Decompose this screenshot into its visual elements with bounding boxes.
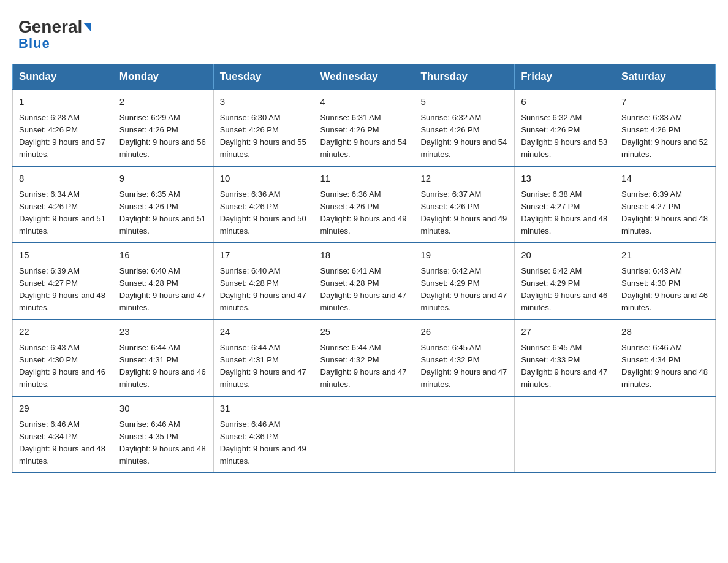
day-info: Sunrise: 6:46 AMSunset: 4:36 PMDaylight:… [220, 418, 308, 468]
day-info: Sunrise: 6:29 AMSunset: 4:26 PMDaylight:… [119, 112, 207, 161]
day-number: 29 [19, 402, 107, 416]
calendar-cell: 1Sunrise: 6:28 AMSunset: 4:26 PMDaylight… [13, 90, 113, 166]
day-number: 23 [119, 325, 207, 339]
day-info: Sunrise: 6:34 AMSunset: 4:26 PMDaylight:… [19, 188, 107, 238]
calendar-cell: 22Sunrise: 6:43 AMSunset: 4:30 PMDayligh… [13, 320, 113, 396]
day-number: 6 [521, 95, 609, 109]
day-info: Sunrise: 6:41 AMSunset: 4:28 PMDaylight:… [320, 265, 408, 315]
day-info: Sunrise: 6:28 AMSunset: 4:26 PMDaylight:… [19, 112, 107, 161]
calendar-cell: 9Sunrise: 6:35 AMSunset: 4:26 PMDaylight… [113, 166, 213, 243]
calendar-cell: 28Sunrise: 6:46 AMSunset: 4:34 PMDayligh… [615, 320, 716, 396]
day-info: Sunrise: 6:38 AMSunset: 4:27 PMDaylight:… [521, 188, 609, 238]
day-info: Sunrise: 6:45 AMSunset: 4:32 PMDaylight:… [420, 342, 508, 391]
day-number: 13 [521, 172, 609, 186]
weekday-header-monday: Monday [113, 64, 213, 90]
day-number: 11 [320, 172, 408, 186]
calendar-cell: 18Sunrise: 6:41 AMSunset: 4:28 PMDayligh… [314, 243, 414, 320]
calendar-cell: 14Sunrise: 6:39 AMSunset: 4:27 PMDayligh… [615, 166, 716, 243]
calendar-cell: 19Sunrise: 6:42 AMSunset: 4:29 PMDayligh… [414, 243, 515, 320]
day-info: Sunrise: 6:40 AMSunset: 4:28 PMDaylight:… [220, 265, 308, 315]
logo-arrow-icon [83, 23, 91, 31]
day-number: 16 [119, 248, 207, 262]
day-number: 27 [521, 325, 609, 339]
day-number: 1 [19, 95, 107, 109]
calendar-cell: 30Sunrise: 6:46 AMSunset: 4:35 PMDayligh… [113, 396, 213, 473]
day-info: Sunrise: 6:37 AMSunset: 4:26 PMDaylight:… [420, 188, 508, 238]
calendar-week-3: 15Sunrise: 6:39 AMSunset: 4:27 PMDayligh… [13, 243, 716, 320]
calendar-week-5: 29Sunrise: 6:46 AMSunset: 4:34 PMDayligh… [13, 396, 716, 473]
calendar-cell: 27Sunrise: 6:45 AMSunset: 4:33 PMDayligh… [515, 320, 615, 396]
weekday-header-tuesday: Tuesday [213, 64, 314, 90]
calendar-cell: 13Sunrise: 6:38 AMSunset: 4:27 PMDayligh… [515, 166, 615, 243]
day-info: Sunrise: 6:44 AMSunset: 4:32 PMDaylight:… [320, 342, 408, 391]
calendar-cell [414, 396, 515, 473]
day-number: 19 [420, 248, 508, 262]
weekday-header-thursday: Thursday [414, 64, 515, 90]
day-number: 18 [320, 248, 408, 262]
day-number: 4 [320, 95, 408, 109]
calendar-cell: 20Sunrise: 6:42 AMSunset: 4:29 PMDayligh… [515, 243, 615, 320]
logo-text-general: General [18, 18, 82, 36]
weekday-header-saturday: Saturday [615, 64, 716, 90]
calendar-cell: 15Sunrise: 6:39 AMSunset: 4:27 PMDayligh… [13, 243, 113, 320]
logo-text-blue: Blue [18, 36, 50, 52]
calendar-week-4: 22Sunrise: 6:43 AMSunset: 4:30 PMDayligh… [13, 320, 716, 396]
day-number: 3 [220, 95, 308, 109]
day-info: Sunrise: 6:42 AMSunset: 4:29 PMDaylight:… [521, 265, 609, 315]
day-info: Sunrise: 6:33 AMSunset: 4:26 PMDaylight:… [621, 112, 709, 161]
day-info: Sunrise: 6:39 AMSunset: 4:27 PMDaylight:… [621, 188, 709, 238]
calendar-cell [515, 396, 615, 473]
day-number: 5 [420, 95, 508, 109]
calendar-cell: 31Sunrise: 6:46 AMSunset: 4:36 PMDayligh… [213, 396, 314, 473]
weekday-header-wednesday: Wednesday [314, 64, 414, 90]
day-info: Sunrise: 6:45 AMSunset: 4:33 PMDaylight:… [521, 342, 609, 391]
weekday-header-sunday: Sunday [13, 64, 113, 90]
calendar-cell: 2Sunrise: 6:29 AMSunset: 4:26 PMDaylight… [113, 90, 213, 166]
calendar-table: SundayMondayTuesdayWednesdayThursdayFrid… [12, 64, 716, 473]
day-number: 9 [119, 172, 207, 186]
day-number: 17 [220, 248, 308, 262]
day-number: 7 [621, 95, 709, 109]
day-info: Sunrise: 6:30 AMSunset: 4:26 PMDaylight:… [220, 112, 308, 161]
day-info: Sunrise: 6:32 AMSunset: 4:26 PMDaylight:… [420, 112, 508, 161]
day-info: Sunrise: 6:36 AMSunset: 4:26 PMDaylight:… [220, 188, 308, 238]
day-number: 12 [420, 172, 508, 186]
calendar-week-1: 1Sunrise: 6:28 AMSunset: 4:26 PMDaylight… [13, 90, 716, 166]
day-number: 26 [420, 325, 508, 339]
calendar-cell: 25Sunrise: 6:44 AMSunset: 4:32 PMDayligh… [314, 320, 414, 396]
day-info: Sunrise: 6:43 AMSunset: 4:30 PMDaylight:… [19, 342, 107, 391]
calendar-cell: 23Sunrise: 6:44 AMSunset: 4:31 PMDayligh… [113, 320, 213, 396]
day-number: 31 [220, 402, 308, 416]
calendar-week-2: 8Sunrise: 6:34 AMSunset: 4:26 PMDaylight… [13, 166, 716, 243]
weekday-header-row: SundayMondayTuesdayWednesdayThursdayFrid… [13, 64, 716, 90]
calendar-cell: 26Sunrise: 6:45 AMSunset: 4:32 PMDayligh… [414, 320, 515, 396]
day-info: Sunrise: 6:46 AMSunset: 4:34 PMDaylight:… [621, 342, 709, 391]
calendar-cell: 24Sunrise: 6:44 AMSunset: 4:31 PMDayligh… [213, 320, 314, 396]
page-header: General Blue [12, 12, 716, 52]
calendar-cell: 29Sunrise: 6:46 AMSunset: 4:34 PMDayligh… [13, 396, 113, 473]
day-info: Sunrise: 6:39 AMSunset: 4:27 PMDaylight:… [19, 265, 107, 315]
calendar-cell [615, 396, 716, 473]
day-info: Sunrise: 6:44 AMSunset: 4:31 PMDaylight:… [220, 342, 308, 391]
day-number: 8 [19, 172, 107, 186]
day-info: Sunrise: 6:36 AMSunset: 4:26 PMDaylight:… [320, 188, 408, 238]
day-number: 10 [220, 172, 308, 186]
calendar-cell: 11Sunrise: 6:36 AMSunset: 4:26 PMDayligh… [314, 166, 414, 243]
day-number: 20 [521, 248, 609, 262]
calendar-cell: 16Sunrise: 6:40 AMSunset: 4:28 PMDayligh… [113, 243, 213, 320]
calendar-cell: 3Sunrise: 6:30 AMSunset: 4:26 PMDaylight… [213, 90, 314, 166]
day-number: 30 [119, 402, 207, 416]
day-info: Sunrise: 6:40 AMSunset: 4:28 PMDaylight:… [119, 265, 207, 315]
calendar-cell: 17Sunrise: 6:40 AMSunset: 4:28 PMDayligh… [213, 243, 314, 320]
calendar-cell: 5Sunrise: 6:32 AMSunset: 4:26 PMDaylight… [414, 90, 515, 166]
day-info: Sunrise: 6:44 AMSunset: 4:31 PMDaylight:… [119, 342, 207, 391]
weekday-header-friday: Friday [515, 64, 615, 90]
day-number: 2 [119, 95, 207, 109]
day-number: 22 [19, 325, 107, 339]
day-info: Sunrise: 6:42 AMSunset: 4:29 PMDaylight:… [420, 265, 508, 315]
day-number: 15 [19, 248, 107, 262]
day-info: Sunrise: 6:43 AMSunset: 4:30 PMDaylight:… [621, 265, 709, 315]
day-number: 14 [621, 172, 709, 186]
day-number: 28 [621, 325, 709, 339]
day-number: 21 [621, 248, 709, 262]
